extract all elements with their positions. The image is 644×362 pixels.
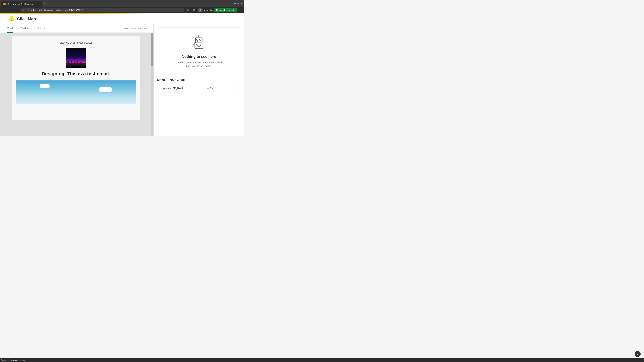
left-panel: Total Desktop Mobile No clicks recorded … [0,24,154,136]
active-tab[interactable]: 🐒 Click Map for Test | Mailchimp ✕ [1,1,42,7]
tabs: Total Desktop Mobile [7,24,46,32]
tab-close-icon[interactable]: ✕ [38,3,40,5]
bookmark-icon[interactable]: ☆ [180,9,182,11]
email-browser-link: View this email in your browser [16,41,136,44]
maximize-icon[interactable]: ⧉ [237,2,240,5]
forward-nav-icon[interactable]: → [8,8,13,12]
main-layout: Total Desktop Mobile No clicks recorded … [0,24,244,136]
link-percentage: 0.0% [206,86,213,89]
svg-point-15 [198,35,200,36]
link-url: eepurl.com/iE_RW6 [160,87,183,89]
app-header: ← Click Map [0,14,244,24]
relaunch-button[interactable]: Relaunch to update [214,8,238,12]
email-preview-scroll[interactable]: View this email in your browser [0,33,154,136]
email-hero-image [66,48,86,68]
svg-point-11 [196,44,198,45]
svg-line-16 [193,43,195,45]
tab-title: Click Map for Test | Mailchimp [8,3,36,5]
tab-mobile[interactable]: Mobile [38,24,46,33]
incognito-profile[interactable]: Incognito [198,8,212,12]
address-text: us21.admin.mailchimp.com/reports/clickma… [26,9,179,11]
svg-rect-9 [200,39,201,40]
tabs-bar: Total Desktop Mobile No clicks recorded … [0,24,154,33]
app-content: ← Click Map Total Desktop [0,14,244,136]
svg-rect-8 [196,39,198,40]
scrollbar-track[interactable] [151,33,154,136]
reload-icon[interactable]: ✕ [14,8,19,12]
new-tab-button[interactable]: + [42,2,47,6]
browser-chrome: 🐒 Click Map for Test | Mailchimp ✕ + ─ ⧉… [0,0,244,14]
links-section-title: Links in Your Email [157,78,241,82]
avatar [198,8,202,12]
back-nav-icon[interactable]: ← [2,8,7,12]
email-content-image [16,80,136,104]
scrollbar-thumb[interactable] [151,33,154,66]
empty-state: Nothing to see here There isn't any clic… [157,27,241,75]
page-title: Click Map [17,16,36,21]
svg-rect-13 [198,46,200,48]
link-arrow-icon: › [236,86,237,89]
svg-line-17 [203,43,205,45]
address-bar[interactable]: 🔒 us21.admin.mailchimp.com/reports/click… [20,8,184,12]
tab-desktop[interactable]: Desktop [20,24,31,33]
close-window-icon[interactable]: ✕ [240,2,243,5]
lock-icon: 🔒 [22,9,25,11]
browser-menu-icon[interactable]: ⋮ [240,8,242,12]
empty-state-title: Nothing to see here [182,54,216,59]
extensions-icon[interactable]: ⚙ [186,8,190,12]
svg-point-4 [10,16,13,18]
svg-point-12 [200,44,201,45]
browser-toolbar: ← → ✕ 🔒 us21.admin.mailchimp.com/reports… [0,7,244,13]
email-preview: View this email in your browser [12,36,140,120]
mailchimp-logo [8,15,15,22]
svg-point-0 [200,9,201,10]
minimize-icon[interactable]: ─ [234,2,236,5]
svg-rect-10 [198,41,200,42]
tab-favicon: 🐒 [3,3,6,5]
svg-point-2 [10,18,11,19]
email-preview-container[interactable]: View this email in your browser [0,33,154,136]
back-button[interactable]: ← [3,17,6,21]
right-panel: Nothing to see here There isn't any clic… [154,24,244,136]
email-heading: Designing. This is a test email. [16,71,136,76]
tab-total[interactable]: Total [7,24,14,33]
incognito-label: Incognito [204,9,212,11]
link-row[interactable]: eepurl.com/iE_RW6 0.0% › [157,84,241,92]
svg-point-5 [10,16,10,17]
no-clicks-text: No clicks recorded yet [124,27,147,30]
links-section: Links in Your Email eepurl.com/iE_RW6 0.… [157,78,241,92]
svg-point-3 [12,18,13,19]
tab-bar: 🐒 Click Map for Test | Mailchimp ✕ + ─ ⧉… [0,0,244,7]
empty-state-illustration [190,34,207,51]
empty-state-description: There isn't any click data to report yet… [176,61,222,68]
tab-grid-icon[interactable]: ⊞ [192,8,196,12]
browser-link-anchor[interactable]: View this email in your browser [60,41,92,44]
